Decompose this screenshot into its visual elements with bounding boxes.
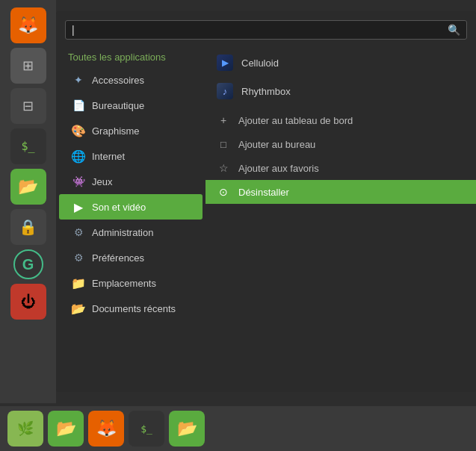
category-internet[interactable]: 🌐 Internet	[59, 143, 203, 169]
apps-panel: ▶ Celluloid ♪ Rhythmbox + Ajouter au tab…	[205, 46, 476, 392]
action-add-dashboard[interactable]: + Ajouter au tableau de bord	[205, 108, 476, 132]
search-bar: 🔍	[65, 20, 467, 40]
all-apps-header[interactable]: Toutes les applications	[56, 49, 205, 67]
recent-icon: 📂	[71, 301, 86, 316]
app-celluloid[interactable]: ▶ Celluloid	[205, 49, 476, 77]
bottom-folder-icon[interactable]: 📂	[48, 411, 84, 447]
app-rhythmbox[interactable]: ♪ Rhythmbox	[205, 77, 476, 105]
bureautique-icon: 📄	[71, 98, 86, 113]
taskbar-power-icon[interactable]: ⏻	[10, 284, 46, 320]
administration-icon: ⚙	[71, 225, 86, 240]
category-emplacements[interactable]: 📁 Emplacements	[59, 270, 203, 296]
taskbar-left: 🦊 ⊞ ⊟ $_ 📂 🔒 G ⏻	[0, 0, 56, 403]
category-preferences[interactable]: ⚙ Préférences	[59, 245, 203, 270]
categories-panel: Toutes les applications ✦ Accessoires 📄 …	[56, 46, 205, 392]
action-add-favorites[interactable]: ☆ Ajouter aux favoris	[205, 156, 476, 180]
category-administration[interactable]: ⚙ Administration	[59, 220, 203, 245]
emplacements-icon: 📁	[71, 276, 86, 290]
rhythmbox-icon: ♪	[216, 82, 234, 100]
search-input[interactable]	[72, 24, 448, 36]
category-son-video[interactable]: ▶ Son et vidéo	[59, 194, 203, 220]
graphisme-icon: 🎨	[71, 123, 86, 138]
taskbar-manager-icon[interactable]: ⊟	[10, 88, 46, 124]
bottom-firefox-icon[interactable]: 🦊	[88, 411, 124, 447]
taskbar-bottom: 🌿 📂 🦊 $_ 📂	[0, 406, 476, 451]
preferences-icon: ⚙	[71, 250, 86, 265]
add-dashboard-icon: +	[216, 113, 231, 128]
taskbar-terminal-icon[interactable]: $_	[10, 128, 46, 164]
category-accessories[interactable]: ✦ Accessoires	[59, 67, 203, 93]
taskbar-lock-icon[interactable]: 🔒	[10, 209, 46, 245]
menu-panel: 🔍 Toutes les applications ✦ Accessoires …	[56, 11, 476, 392]
add-desktop-icon: □	[216, 137, 231, 152]
accessories-icon: ✦	[71, 72, 86, 87]
action-uninstall[interactable]: ⊙ Désinstaller	[205, 180, 476, 204]
add-favorites-icon: ☆	[216, 161, 231, 175]
category-bureautique[interactable]: 📄 Bureautique	[59, 93, 203, 118]
internet-icon: 🌐	[71, 149, 86, 164]
action-add-desktop[interactable]: □ Ajouter au bureau	[205, 132, 476, 156]
search-icon[interactable]: 🔍	[448, 24, 460, 36]
taskbar-folder-icon[interactable]: 📂	[10, 169, 46, 205]
taskbar-firefox-icon[interactable]: 🦊	[10, 7, 46, 43]
bottom-folder2-icon[interactable]: 📂	[169, 411, 205, 447]
son-video-icon: ▶	[71, 199, 86, 214]
category-jeux[interactable]: 👾 Jeux	[59, 169, 203, 194]
category-graphisme[interactable]: 🎨 Graphisme	[59, 118, 203, 143]
taskbar-grammarly-icon[interactable]: G	[13, 249, 43, 279]
bottom-mint-icon[interactable]: 🌿	[7, 411, 43, 447]
category-recent[interactable]: 📂 Documents récents	[59, 296, 203, 321]
bottom-terminal-icon[interactable]: $_	[129, 411, 164, 447]
content-area: Toutes les applications ✦ Accessoires 📄 …	[56, 46, 476, 392]
taskbar-apps-icon[interactable]: ⊞	[10, 48, 46, 84]
uninstall-icon: ⊙	[216, 184, 231, 199]
celluloid-icon: ▶	[216, 54, 234, 72]
jeux-icon: 👾	[71, 174, 86, 189]
